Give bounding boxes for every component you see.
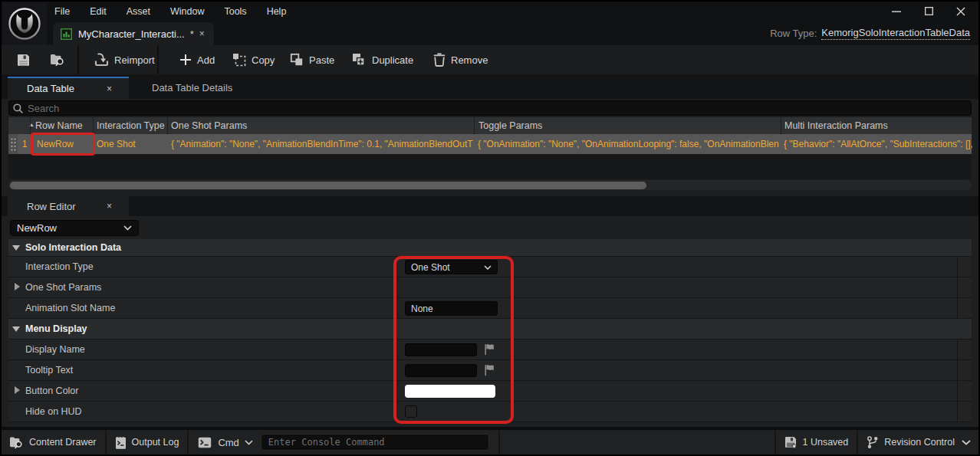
unreal-editor-window: File Edit Asset Window Tools Help MyChar… xyxy=(0,0,980,456)
column-divider xyxy=(30,117,31,134)
output-log-button[interactable]: Output Log xyxy=(107,430,188,454)
asset-tab-title: MyCharacter_Interacti... xyxy=(78,28,185,40)
remove-button[interactable]: Remove xyxy=(433,45,488,74)
chevron-down-icon xyxy=(123,225,132,231)
drag-dots-icon xyxy=(11,138,16,151)
row-drag-handle[interactable] xyxy=(8,134,18,154)
asset-tab[interactable]: MyCharacter_Interacti... * × xyxy=(53,22,214,45)
category-solo-interaction-data[interactable]: Solo Interaction Data xyxy=(8,239,972,257)
row-selector-value: NewRow xyxy=(17,222,57,234)
hide-on-hud-checkbox[interactable] xyxy=(405,405,417,418)
unreal-logo[interactable] xyxy=(2,2,47,45)
toggle-params-text: { "OnAnimation": "None", "OnAnimationLoo… xyxy=(478,139,779,149)
category-label: Menu Display xyxy=(25,323,87,334)
column-divider[interactable] xyxy=(167,117,168,134)
tab-data-table-close-icon[interactable]: × xyxy=(107,84,112,94)
search-row xyxy=(8,100,972,116)
column-header-multi-interaction-params[interactable]: Multi Interaction Params xyxy=(784,117,968,134)
status-bar-separator xyxy=(498,430,500,454)
paste-button[interactable]: Paste xyxy=(290,45,334,74)
column-divider[interactable] xyxy=(93,117,94,134)
close-button[interactable] xyxy=(945,1,977,21)
tab-row-editor[interactable]: Row Editor × xyxy=(8,196,129,216)
content-drawer-button[interactable]: Content Drawer xyxy=(1,430,105,454)
add-button[interactable]: Add xyxy=(179,45,215,74)
table-row-newrow[interactable]: 1 NewRow One Shot { "Animation": "None",… xyxy=(8,134,972,154)
reimport-button[interactable]: Reimport xyxy=(94,45,155,74)
tooltip-text-input[interactable] xyxy=(405,364,477,377)
menu-file[interactable]: File xyxy=(44,1,80,21)
expander-collapsed-icon[interactable] xyxy=(15,283,20,290)
localization-flag-icon[interactable] xyxy=(484,364,495,376)
duplicate-label: Duplicate xyxy=(372,54,413,66)
value-column-right-divider xyxy=(957,381,958,401)
cmd-label[interactable]: Cmd xyxy=(218,437,238,448)
row-name-cell[interactable]: NewRow xyxy=(37,134,100,154)
column-divider[interactable] xyxy=(781,117,781,134)
menu-asset[interactable]: Asset xyxy=(117,1,160,21)
display-name-input[interactable] xyxy=(405,343,477,356)
menu-help[interactable]: Help xyxy=(257,1,297,21)
multi-interaction-params-cell[interactable]: { "Behavior": "AllAtOnce", "SubInteracti… xyxy=(784,134,972,154)
toggle-params-cell[interactable]: { "OnAnimation": "None", "OnAnimationLoo… xyxy=(478,134,781,154)
menu-edit[interactable]: Edit xyxy=(80,1,117,21)
search-icon xyxy=(13,103,23,113)
column-divider[interactable] xyxy=(474,117,475,134)
remove-label: Remove xyxy=(451,54,488,66)
expander-collapsed-icon[interactable] xyxy=(15,386,20,394)
browse-icon xyxy=(50,53,65,67)
interaction-type-dropdown[interactable]: One Shot xyxy=(405,260,498,274)
toolbar: Reimport Add Copy Paste xyxy=(1,45,979,76)
row-type-link[interactable]: KemorigSoloInteractionTableData xyxy=(821,27,970,40)
property-grid: Solo Interaction Data Interaction Type O… xyxy=(8,239,972,422)
unsaved-button[interactable]: 1 Unsaved xyxy=(776,430,857,454)
animation-slot-name-input[interactable] xyxy=(405,301,498,316)
column-header-one-shot-params[interactable]: One Shot Params xyxy=(171,117,474,134)
category-menu-display[interactable]: Menu Display xyxy=(8,319,972,340)
content-drawer-icon xyxy=(9,436,24,449)
minimize-button[interactable] xyxy=(880,1,913,21)
asset-tab-close-icon[interactable]: × xyxy=(199,28,205,39)
toolbar-separator xyxy=(157,45,159,74)
menu-tools[interactable]: Tools xyxy=(214,1,256,21)
search-input[interactable] xyxy=(28,103,488,114)
tab-data-table[interactable]: Data Table × xyxy=(8,77,129,99)
maximize-button[interactable] xyxy=(913,1,945,21)
save-button[interactable] xyxy=(17,45,30,74)
tab-data-table-details[interactable]: Data Table Details xyxy=(129,77,255,99)
menu-window[interactable]: Window xyxy=(160,1,214,21)
one-shot-params-cell[interactable]: { "Animation": "None", "AnimationBlendIn… xyxy=(171,134,474,154)
tab-row-editor-close-icon[interactable]: × xyxy=(107,201,112,212)
column-header-toggle-params[interactable]: Toggle Params xyxy=(478,117,781,134)
window-controls xyxy=(880,1,977,21)
search-bar[interactable] xyxy=(8,100,972,116)
column-header-label: One Shot Params xyxy=(171,120,247,131)
horizontal-scrollbar[interactable] xyxy=(8,180,972,190)
column-header-interaction-type[interactable]: Interaction Type xyxy=(97,117,170,134)
button-color-swatch[interactable] xyxy=(405,385,495,398)
interaction-type-value: One Shot xyxy=(411,262,450,273)
duplicate-button[interactable]: Duplicate xyxy=(352,45,413,74)
localization-flag-icon[interactable] xyxy=(484,343,495,356)
category-expanded-icon xyxy=(12,245,20,251)
property-row-tooltip-text: Tooltip Text xyxy=(8,360,972,381)
browse-to-asset-button[interactable] xyxy=(50,45,65,74)
interaction-type-cell[interactable]: One Shot xyxy=(97,134,167,154)
cmd-chevron-down-icon[interactable] xyxy=(245,440,253,445)
property-row-hide-on-hud: Hide on HUD xyxy=(8,402,972,422)
scrollbar-thumb[interactable] xyxy=(10,182,646,189)
value-column-right-divider xyxy=(957,402,958,422)
column-header-row-name[interactable]: Row Name xyxy=(35,117,98,134)
row-selector-dropdown[interactable]: NewRow xyxy=(10,220,139,236)
console-command-input[interactable] xyxy=(261,434,489,451)
data-table-asset-icon xyxy=(61,28,72,40)
property-row-interaction-type: Interaction Type One Shot xyxy=(8,257,972,277)
cmd-icon xyxy=(198,437,212,448)
maximize-icon xyxy=(925,7,933,15)
one-shot-params-text: { "Animation": "None", "AnimationBlendIn… xyxy=(171,139,473,149)
tab-data-table-label: Data Table xyxy=(27,83,74,94)
copy-button[interactable]: Copy xyxy=(232,45,275,74)
revision-control-button[interactable]: Revision Control xyxy=(858,430,979,454)
column-header-label: Toggle Params xyxy=(478,120,542,131)
property-row-display-name: Display Name xyxy=(8,340,972,360)
